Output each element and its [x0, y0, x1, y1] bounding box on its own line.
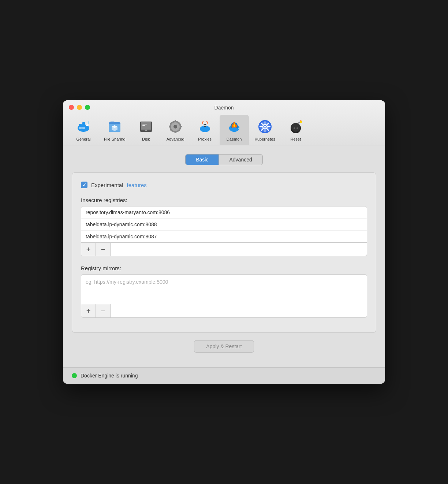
toolbar: General File Sharing: [63, 115, 385, 145]
svg-rect-5: [82, 127, 85, 129]
tab-basic[interactable]: Basic: [186, 154, 219, 165]
svg-point-6: [86, 124, 88, 126]
daemon-panel: ✓ Experimental features Insecure registr…: [72, 172, 376, 333]
insecure-registries-label: Insecure registries:: [81, 197, 367, 203]
toolbar-label-daemon: Daemon: [227, 137, 242, 141]
reset-icon: [287, 118, 305, 135]
svg-point-30: [205, 124, 206, 125]
svg-rect-19: [175, 131, 176, 133]
insecure-registries-box: repository.dimas-maryanto.com:8086 tabel…: [81, 206, 367, 256]
svg-rect-18: [175, 120, 176, 122]
table-row: tabeldata.ip-dynamic.com:8087: [81, 231, 367, 242]
remove-mirror-button[interactable]: −: [96, 304, 111, 317]
main-window: Daemon Gen: [63, 100, 385, 384]
toolbar-label-disk: Disk: [142, 137, 150, 141]
toolbar-item-general[interactable]: General: [69, 115, 98, 145]
registry-mirrors-label: Registry mirrors:: [81, 265, 367, 271]
toolbar-label-reset: Reset: [291, 137, 301, 141]
experimental-row: ✓ Experimental features: [81, 182, 367, 188]
svg-rect-11: [141, 122, 151, 130]
proxies-icon: [196, 118, 214, 135]
apply-restart-button[interactable]: Apply & Restart: [194, 340, 254, 353]
toolbar-item-proxies[interactable]: Proxies: [190, 115, 220, 145]
tab-advanced[interactable]: Advanced: [219, 154, 262, 165]
toolbar-label-kubernetes: Kubernetes: [255, 137, 275, 141]
svg-rect-2: [82, 122, 85, 126]
svg-rect-9: [110, 122, 115, 124]
svg-rect-1: [79, 124, 82, 126]
minimize-button[interactable]: [77, 105, 82, 110]
status-indicator: [72, 373, 77, 378]
experimental-label: Experimental: [91, 182, 123, 188]
svg-rect-13: [142, 124, 147, 124]
svg-point-17: [173, 125, 177, 129]
registry-list: repository.dimas-maryanto.com:8086 tabel…: [81, 206, 367, 242]
status-bar: Docker Engine is running: [63, 367, 385, 384]
add-registry-button[interactable]: +: [81, 243, 96, 256]
svg-point-12: [145, 130, 147, 131]
toolbar-item-advanced[interactable]: Advanced: [161, 115, 190, 145]
window-title: Daemon: [69, 105, 379, 111]
daemon-icon: [225, 118, 243, 135]
toolbar-item-reset[interactable]: Reset: [281, 115, 310, 145]
svg-point-51: [294, 127, 295, 129]
maximize-button[interactable]: [85, 105, 90, 110]
table-row: tabeldata.ip-dynamic.com:8088: [81, 219, 367, 231]
titlebar: Daemon Gen: [63, 100, 385, 145]
experimental-checkbox[interactable]: ✓: [81, 182, 87, 188]
toolbar-label-file-sharing: File Sharing: [104, 137, 126, 141]
features-link[interactable]: features: [127, 182, 147, 188]
toolbar-item-file-sharing[interactable]: File Sharing: [98, 115, 131, 145]
svg-rect-21: [180, 126, 182, 127]
mirrors-placeholder: eg: https://my-registry.example:5000: [81, 275, 367, 304]
svg-rect-14: [142, 125, 145, 126]
registry-mirrors-box: eg: https://my-registry.example:5000 + −: [81, 274, 367, 318]
toolbar-label-general: General: [76, 137, 90, 141]
toolbar-label-proxies: Proxies: [198, 137, 212, 141]
toolbar-item-daemon[interactable]: Daemon: [220, 115, 249, 145]
content-area: Basic Advanced ✓ Experimental features I…: [63, 145, 385, 367]
close-button[interactable]: [69, 105, 74, 110]
registry-mirrors-section: Registry mirrors: eg: https://my-registr…: [81, 265, 367, 318]
apply-section: Apply & Restart: [72, 340, 376, 353]
mirrors-actions: + −: [81, 304, 367, 317]
disk-icon: [137, 118, 155, 135]
tab-bar: Basic Advanced: [72, 154, 376, 165]
toolbar-item-disk[interactable]: Disk: [131, 115, 161, 145]
svg-point-49: [291, 123, 300, 132]
table-row: repository.dimas-maryanto.com:8086: [81, 206, 367, 219]
toolbar-item-kubernetes[interactable]: Kubernetes: [249, 115, 281, 145]
check-icon: ✓: [82, 183, 86, 187]
svg-point-39: [264, 126, 266, 128]
toolbar-label-advanced: Advanced: [167, 137, 184, 141]
general-icon: [75, 118, 92, 135]
kubernetes-icon: [256, 118, 274, 135]
tab-group: Basic Advanced: [185, 154, 263, 165]
svg-rect-4: [79, 127, 82, 129]
svg-point-52: [296, 127, 298, 129]
status-text: Docker Engine is running: [81, 373, 138, 379]
svg-point-34: [231, 127, 238, 132]
registry-actions: + −: [81, 242, 367, 256]
advanced-icon: [167, 118, 184, 135]
add-mirror-button[interactable]: +: [81, 304, 96, 317]
svg-rect-20: [169, 126, 171, 127]
remove-registry-button[interactable]: −: [96, 243, 111, 256]
file-sharing-icon: [106, 118, 123, 135]
insecure-registries-section: Insecure registries: repository.dimas-ma…: [81, 197, 367, 256]
svg-point-29: [204, 124, 205, 125]
